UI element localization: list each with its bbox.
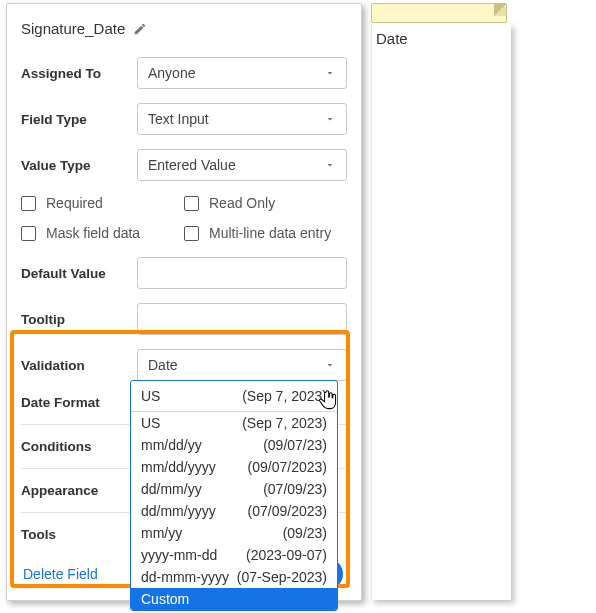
date-format-option-fmt: mm/dd/yy (141, 437, 202, 453)
date-format-option[interactable]: mm/dd/yy(09/07/23) (131, 434, 337, 456)
date-format-option-fmt: yyyy-mm-dd (141, 547, 217, 563)
chevron-down-icon (324, 113, 336, 125)
field-name-title: Signature_Date (21, 20, 125, 37)
tooltip-label: Tooltip (21, 312, 129, 327)
multiline-label: Multi-line data entry (209, 225, 331, 241)
date-format-option-example: (07-Sep-2023) (237, 569, 327, 585)
value-type-select[interactable]: Entered Value (137, 149, 347, 181)
date-format-option-fmt: dd/mm/yy (141, 481, 202, 497)
assigned-to-select[interactable]: Anyone (137, 57, 347, 89)
date-format-selected[interactable]: US (Sep 7, 2023) (131, 381, 337, 412)
date-format-selected-example: (Sep 7, 2023) (242, 388, 327, 404)
validation-select[interactable]: Date (137, 349, 347, 381)
chevron-down-icon (324, 359, 336, 371)
date-format-option[interactable]: mm/dd/yyyy(09/07/2023) (131, 456, 337, 478)
date-format-option[interactable]: mm/yy(09/23) (131, 522, 337, 544)
chevron-down-icon (324, 67, 336, 79)
field-type-select[interactable]: Text Input (137, 103, 347, 135)
value-type-label: Value Type (21, 158, 129, 173)
read-only-label: Read Only (209, 195, 275, 211)
date-format-option-fmt: US (141, 415, 160, 431)
date-format-option[interactable]: dd/mm/yyyy(07/09/2023) (131, 500, 337, 522)
date-format-label: Date Format (21, 395, 129, 410)
side-panel (371, 24, 511, 600)
date-format-option-fmt: Custom (141, 591, 189, 607)
mask-field-checkbox[interactable] (21, 226, 36, 241)
multiline-checkbox[interactable] (184, 226, 199, 241)
date-format-option-example: (Sep 7, 2023) (242, 415, 327, 431)
date-format-option[interactable]: dd/mm/yy(07/09/23) (131, 478, 337, 500)
sticky-note-fold (494, 4, 506, 16)
date-format-selected-fmt: US (141, 388, 160, 404)
default-value-input[interactable] (137, 257, 347, 289)
date-format-option-fmt: dd-mmm-yyyy (141, 569, 229, 585)
date-format-option-example: (2023-09-07) (246, 547, 327, 563)
date-format-option[interactable]: dd-mmm-yyyy(07-Sep-2023) (131, 566, 337, 588)
value-type-value: Entered Value (148, 157, 236, 173)
tooltip-input[interactable] (137, 303, 347, 335)
delete-field-link[interactable]: Delete Field (23, 566, 98, 582)
assigned-to-label: Assigned To (21, 66, 129, 81)
date-format-option[interactable]: Custom (131, 588, 337, 610)
side-date-label: Date (376, 30, 408, 47)
date-format-dropdown[interactable]: US (Sep 7, 2023) US(Sep 7, 2023)mm/dd/yy… (130, 380, 338, 611)
date-format-option[interactable]: US(Sep 7, 2023) (131, 412, 337, 434)
field-type-label: Field Type (21, 112, 129, 127)
date-format-option-fmt: mm/yy (141, 525, 182, 541)
date-format-option-example: (09/07/23) (263, 437, 327, 453)
sticky-note (371, 3, 507, 23)
date-format-option-example: (09/07/2023) (248, 459, 327, 475)
read-only-checkbox[interactable] (184, 196, 199, 211)
date-format-option-fmt: mm/dd/yyyy (141, 459, 216, 475)
date-format-option-example: (07/09/23) (263, 481, 327, 497)
assigned-to-value: Anyone (148, 65, 195, 81)
field-type-value: Text Input (148, 111, 209, 127)
edit-icon[interactable] (133, 22, 147, 36)
date-format-option-example: (07/09/2023) (248, 503, 327, 519)
required-label: Required (46, 195, 103, 211)
validation-value: Date (148, 357, 178, 373)
required-checkbox[interactable] (21, 196, 36, 211)
chevron-down-icon (324, 159, 336, 171)
validation-label: Validation (21, 358, 129, 373)
date-format-option-example: (09/23) (283, 525, 327, 541)
date-format-option[interactable]: yyyy-mm-dd(2023-09-07) (131, 544, 337, 566)
default-value-label: Default Value (21, 266, 129, 281)
mask-field-label: Mask field data (46, 225, 140, 241)
date-format-option-fmt: dd/mm/yyyy (141, 503, 216, 519)
